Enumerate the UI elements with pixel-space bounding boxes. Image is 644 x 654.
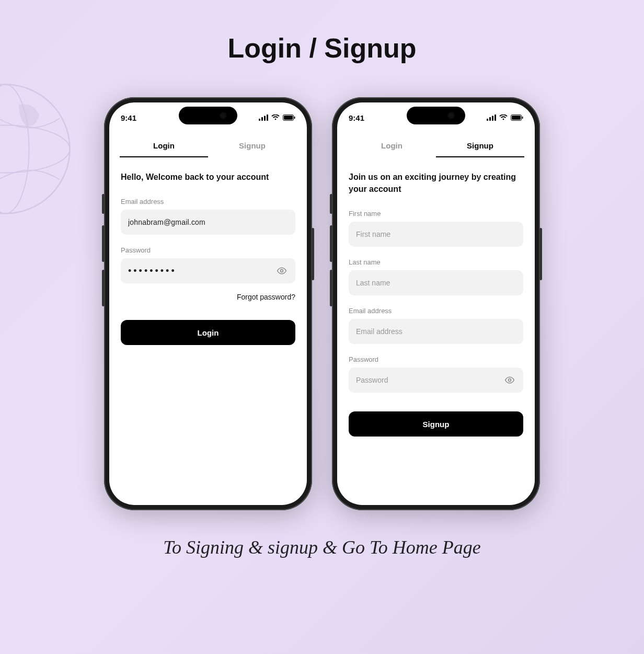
svg-rect-16 — [512, 116, 521, 120]
first-name-input-wrap — [349, 222, 523, 247]
password-input[interactable] — [356, 376, 503, 384]
signup-content: Join us on an exciting journey by creati… — [337, 157, 535, 437]
forgot-password-link[interactable]: Forgot password? — [121, 293, 295, 301]
phone-side-button — [330, 270, 332, 306]
password-field-group: Password — [349, 355, 523, 393]
tab-signup[interactable]: Signup — [436, 135, 524, 157]
screen-signup: 9:41 Login Signup Join us on an exciting… — [337, 102, 535, 505]
last-name-field-group: Last name — [349, 258, 523, 295]
tab-signup[interactable]: Signup — [208, 135, 296, 157]
signup-heading: Join us on an exciting journey by creati… — [349, 171, 523, 195]
status-icons — [259, 114, 295, 121]
svg-rect-13 — [492, 116, 493, 121]
svg-point-10 — [281, 270, 283, 272]
signup-button[interactable]: Signup — [349, 411, 523, 437]
phone-side-button — [312, 228, 314, 280]
password-input[interactable] — [128, 266, 275, 277]
status-icons — [487, 114, 523, 121]
tabs: Login Signup — [120, 135, 296, 157]
wifi-icon — [271, 114, 280, 121]
phone-side-button — [102, 194, 105, 214]
phone-side-button — [539, 228, 542, 280]
email-label: Email address — [349, 307, 523, 315]
login-content: Hello, Welcome back to your account Emai… — [109, 157, 307, 345]
login-button[interactable]: Login — [121, 320, 295, 345]
phones-row: 9:41 Login Signup Hello, Welcome back to… — [0, 97, 644, 510]
email-field-group: Email address — [349, 307, 523, 344]
password-label: Password — [349, 355, 523, 363]
first-name-label: First name — [349, 210, 523, 217]
eye-icon — [277, 266, 287, 276]
email-input[interactable] — [356, 327, 516, 336]
tab-login[interactable]: Login — [348, 135, 436, 157]
tab-login[interactable]: Login — [120, 135, 208, 157]
tabs: Login Signup — [348, 135, 524, 157]
svg-rect-6 — [267, 114, 268, 121]
svg-rect-11 — [487, 119, 488, 121]
status-time: 9:41 — [121, 113, 136, 122]
email-label: Email address — [121, 198, 295, 205]
wifi-icon — [499, 114, 508, 121]
svg-rect-5 — [264, 116, 266, 121]
email-field-group: Email address — [121, 198, 295, 235]
svg-point-18 — [509, 379, 511, 382]
password-label: Password — [121, 246, 295, 254]
page-title: Login / Signup — [0, 0, 644, 64]
battery-icon — [511, 114, 523, 121]
first-name-field-group: First name — [349, 210, 523, 247]
email-input-wrap — [349, 319, 523, 344]
phone-login: 9:41 Login Signup Hello, Welcome back to… — [104, 97, 312, 510]
phone-side-button — [102, 225, 105, 262]
svg-rect-8 — [284, 116, 293, 120]
phone-signup: 9:41 Login Signup Join us on an exciting… — [332, 97, 540, 510]
eye-icon — [504, 375, 515, 385]
svg-rect-3 — [259, 119, 260, 121]
phone-side-button — [330, 194, 332, 214]
toggle-password-visibility-button[interactable] — [503, 373, 516, 387]
phone-notch — [179, 107, 237, 124]
svg-rect-9 — [294, 117, 295, 119]
first-name-input[interactable] — [356, 230, 516, 238]
email-input[interactable] — [128, 218, 288, 226]
password-input-wrap — [349, 368, 523, 393]
svg-rect-17 — [522, 117, 523, 119]
login-heading: Hello, Welcome back to your account — [121, 171, 295, 183]
email-input-wrap — [121, 210, 295, 235]
svg-rect-14 — [494, 114, 496, 121]
page-caption: To Signing & signup & Go To Home Page — [0, 536, 644, 558]
svg-rect-4 — [261, 117, 263, 121]
last-name-label: Last name — [349, 258, 523, 266]
screen-login: 9:41 Login Signup Hello, Welcome back to… — [109, 102, 307, 505]
toggle-password-visibility-button[interactable] — [275, 264, 288, 278]
last-name-input[interactable] — [356, 279, 516, 287]
svg-rect-12 — [489, 117, 491, 121]
last-name-input-wrap — [349, 270, 523, 295]
signal-icon — [487, 114, 496, 121]
phone-notch — [407, 107, 465, 124]
signal-icon — [259, 114, 268, 121]
phone-side-button — [330, 225, 332, 262]
status-time: 9:41 — [349, 113, 364, 122]
phone-side-button — [102, 270, 105, 306]
battery-icon — [283, 114, 295, 121]
password-field-group: Password — [121, 246, 295, 283]
password-input-wrap — [121, 258, 295, 283]
